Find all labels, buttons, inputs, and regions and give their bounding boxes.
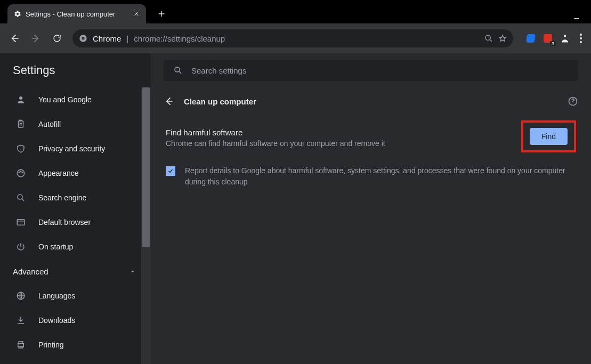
sidebar-item-default-browser[interactable]: Default browser	[0, 210, 151, 234]
svg-point-1	[82, 37, 84, 39]
search-placeholder: Search settings	[191, 66, 246, 75]
content-header: Clean up computer	[164, 96, 578, 107]
browser-titlebar: Settings - Clean up computer	[0, 0, 591, 23]
find-title: Find harmful software	[166, 128, 511, 137]
browser-menu-button[interactable]	[576, 29, 586, 47]
settings-sidebar: Settings You and Google Autofill Privacy…	[0, 53, 151, 364]
sidebar-item-languages[interactable]: Languages	[0, 284, 151, 308]
bookmark-star-icon[interactable]	[498, 34, 507, 43]
sidebar-item-label: Autofill	[38, 120, 61, 128]
gear-icon	[14, 10, 21, 18]
sidebar-item-you-and-google[interactable]: You and Google	[0, 87, 151, 112]
globe-icon	[15, 291, 27, 301]
extension-2-icon[interactable]: 3	[542, 33, 554, 44]
browser-toolbar: Chrome | chrome://settings/cleanup 3	[0, 23, 591, 53]
chevron-up-icon	[129, 268, 136, 274]
sidebar-section-advanced[interactable]: Advanced	[0, 259, 151, 284]
find-subtitle: Chrome can find harmful software on your…	[166, 139, 511, 148]
zoom-icon[interactable]	[484, 34, 493, 43]
sidebar-item-appearance[interactable]: Appearance	[0, 161, 151, 185]
sidebar-item-label: You and Google	[38, 95, 92, 104]
sidebar-item-label: Default browser	[38, 218, 91, 227]
svg-point-4	[580, 34, 582, 36]
find-button-highlight: Find	[521, 120, 576, 152]
sidebar-item-downloads[interactable]: Downloads	[0, 308, 151, 333]
url-path: chrome://settings/cleanup	[134, 34, 225, 43]
svg-point-12	[22, 172, 23, 173]
find-harmful-row: Find harmful software Chrome can find ha…	[164, 128, 578, 152]
window-controls	[573, 13, 591, 23]
extensions-row: 3	[520, 29, 586, 47]
sidebar-item-label: Search engine	[38, 193, 86, 202]
forward-button[interactable]	[27, 29, 45, 47]
sidebar-item-search-engine[interactable]: Search engine	[0, 185, 151, 210]
sidebar-item-label: Printing	[38, 341, 63, 349]
sidebar-item-label: Appearance	[38, 169, 79, 177]
download-icon	[15, 316, 27, 325]
shield-icon	[15, 144, 27, 153]
svg-point-3	[564, 35, 566, 37]
svg-point-7	[19, 96, 22, 100]
extension-badge: 3	[550, 41, 556, 46]
settings-page: Settings You and Google Autofill Privacy…	[0, 53, 591, 364]
sidebar-item-printing[interactable]: Printing	[0, 333, 151, 357]
find-button[interactable]: Find	[530, 128, 568, 145]
sidebar-scrollbar-thumb[interactable]	[142, 87, 150, 247]
content-title: Clean up computer	[184, 97, 256, 106]
sidebar-item-label: Languages	[38, 292, 75, 300]
chrome-logo-icon	[79, 34, 87, 43]
tab-title: Settings - Clean up computer	[26, 10, 115, 18]
svg-point-13	[18, 195, 22, 199]
svg-point-11	[20, 171, 21, 172]
sidebar-item-autofill[interactable]: Autofill	[0, 112, 151, 136]
settings-search-input[interactable]: Search settings	[164, 60, 578, 81]
svg-rect-8	[19, 121, 23, 127]
printer-icon	[15, 340, 27, 350]
address-bar[interactable]: Chrome | chrome://settings/cleanup	[72, 29, 513, 47]
minimize-icon[interactable]	[573, 13, 580, 20]
svg-point-17	[175, 67, 180, 72]
sidebar-scrollbar[interactable]	[141, 87, 151, 364]
new-tab-button[interactable]	[153, 6, 169, 22]
svg-point-2	[485, 35, 490, 40]
search-icon	[173, 66, 183, 75]
report-checkbox[interactable]	[166, 166, 175, 176]
sidebar-item-privacy[interactable]: Privacy and security	[0, 136, 151, 161]
sidebar-item-label: On startup	[38, 242, 73, 251]
browser-window-icon	[15, 217, 27, 227]
settings-main: Search settings Clean up computer Find h…	[151, 53, 591, 364]
report-text: Report details to Google about harmful s…	[185, 165, 576, 188]
svg-rect-16	[18, 344, 24, 347]
profile-avatar-icon[interactable]	[559, 33, 571, 44]
back-button[interactable]	[5, 29, 23, 47]
sidebar-item-label: Downloads	[38, 316, 75, 325]
search-icon	[15, 193, 27, 203]
sidebar-item-label: Privacy and security	[38, 144, 105, 153]
power-icon	[15, 242, 27, 252]
svg-point-10	[19, 172, 20, 173]
sidebar-section-label: Advanced	[13, 267, 48, 276]
report-row: Report details to Google about harmful s…	[164, 165, 578, 188]
browser-tab[interactable]: Settings - Clean up computer	[7, 4, 146, 23]
svg-rect-14	[17, 220, 25, 225]
url-host: Chrome	[93, 34, 121, 43]
clipboard-icon	[15, 119, 27, 129]
url-separator: |	[126, 34, 128, 43]
palette-icon	[15, 168, 27, 178]
svg-point-6	[580, 41, 582, 43]
person-icon	[15, 95, 27, 104]
help-icon[interactable]	[568, 96, 578, 107]
svg-point-5	[580, 37, 582, 39]
close-tab-icon[interactable]	[133, 11, 140, 17]
sidebar-title: Settings	[0, 53, 151, 87]
reload-button[interactable]	[48, 29, 66, 47]
extension-1-icon[interactable]	[525, 33, 537, 44]
back-arrow-button[interactable]	[164, 96, 174, 107]
sidebar-item-on-startup[interactable]: On startup	[0, 234, 151, 259]
